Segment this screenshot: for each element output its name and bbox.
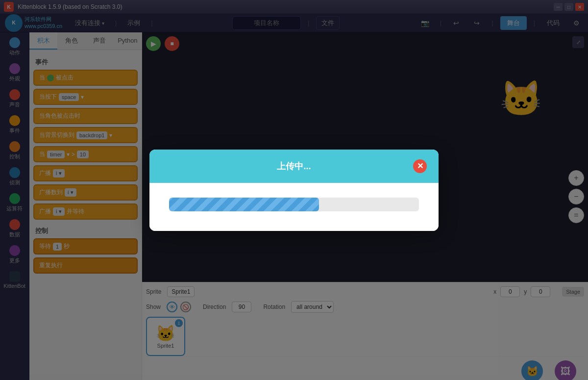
modal-body bbox=[149, 183, 439, 231]
upload-modal: 上传中... ✕ bbox=[149, 150, 439, 231]
modal-overlay: 上传中... ✕ bbox=[0, 0, 588, 380]
modal-header: 上传中... ✕ bbox=[149, 150, 439, 183]
modal-title: 上传中... bbox=[175, 160, 413, 172]
progress-bar-bg bbox=[169, 198, 419, 211]
progress-bar-fill bbox=[169, 198, 319, 211]
modal-close-button[interactable]: ✕ bbox=[413, 159, 427, 173]
